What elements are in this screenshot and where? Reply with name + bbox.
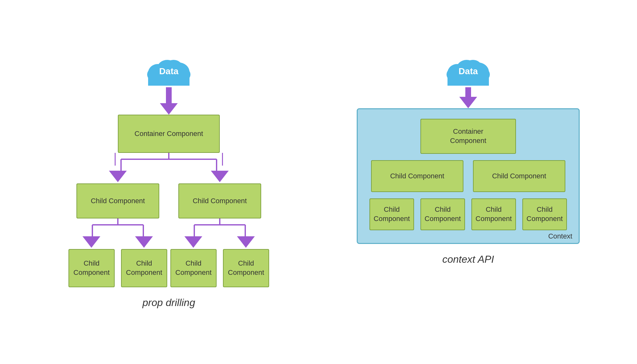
prop-drilling-cloud-label: Data (159, 66, 179, 76)
prop-child-lr: ChildComponent (121, 249, 167, 287)
context-child-level3-3: ChildComponent (471, 198, 516, 230)
arrow-cloud-to-container-left (160, 87, 178, 115)
context-api-label: context API (442, 253, 494, 265)
context-child-level3-1: ChildComponent (369, 198, 414, 230)
context-child-level2-right: Child Component (473, 160, 565, 192)
context-child-level3-2: ChildComponent (420, 198, 465, 230)
branch-connector-left-2 (68, 218, 167, 238)
context-child-level3-4: ChildComponent (522, 198, 567, 230)
prop-drilling-label: prop drilling (142, 297, 195, 309)
context-outer-box: ContainerComponent Child Component Child… (357, 108, 580, 244)
branch-connector-right-2 (170, 218, 269, 238)
branch-connector-left (70, 153, 268, 172)
prop-child-level2-right: Child Component (178, 183, 261, 218)
prop-child-ll: ChildComponent (68, 249, 115, 287)
arrow-cloud-to-context (459, 87, 477, 108)
context-level2-row: Child Component Child Component (371, 160, 565, 192)
context-api-cloud-label: Data (459, 66, 478, 76)
context-api-diagram: Data ContainerComponent Child Component … (325, 55, 612, 265)
context-label: Context (548, 232, 572, 240)
context-container-component: ContainerComponent (420, 119, 516, 154)
prop-child-rl: ChildComponent (170, 249, 217, 287)
context-level3-row: ChildComponent ChildComponent ChildCompo… (369, 198, 567, 230)
prop-container-component: Container Component (118, 115, 220, 153)
diagrams-container: Data Container Component (0, 43, 637, 321)
prop-drilling-cloud: Data (143, 55, 194, 87)
prop-child-rr: ChildComponent (223, 249, 269, 287)
context-api-cloud: Data (443, 55, 494, 87)
context-child-level2-left: Child Component (371, 160, 463, 192)
prop-child-level2-left: Child Component (76, 183, 159, 218)
prop-drilling-diagram: Data Container Component (25, 55, 312, 309)
